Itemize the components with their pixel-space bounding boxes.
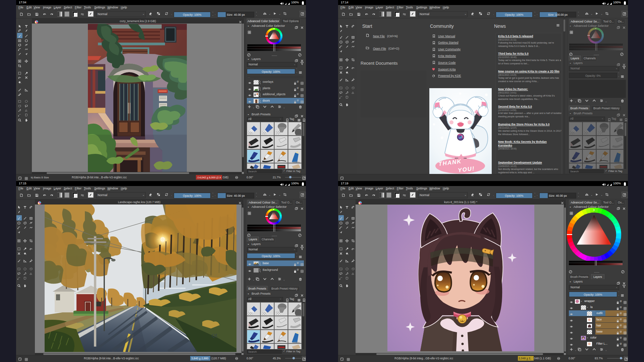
svg-text:QL: QL [212, 333, 218, 338]
